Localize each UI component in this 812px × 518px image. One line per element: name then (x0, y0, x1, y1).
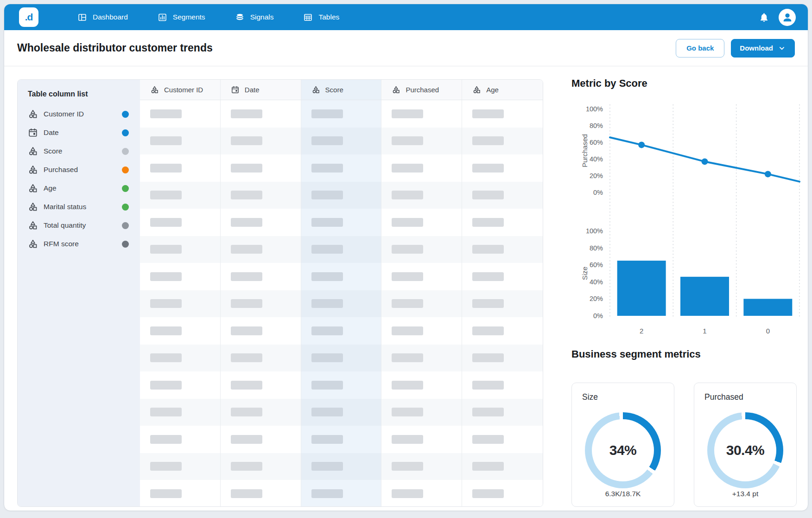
column-list-item-marital-status[interactable]: Marital status (28, 198, 140, 216)
column-list-item-label: Customer ID (44, 110, 84, 118)
table-column-header-label: Date (245, 86, 260, 94)
table-column-header-purchased[interactable]: Purchased (381, 80, 462, 100)
table-row (140, 100, 543, 128)
column-status-dot (122, 129, 129, 136)
y-axis-title: Size (581, 267, 589, 280)
column-list-item-label: Score (44, 147, 63, 155)
calendar-icon (28, 128, 38, 138)
table-cell (301, 182, 382, 209)
column-list-item-label: Marital status (44, 203, 86, 211)
table-cell (301, 128, 382, 155)
download-button[interactable]: Download (731, 39, 795, 58)
table-cell (140, 371, 221, 399)
table-header-row: Customer IDDateScorePurchasedAge (140, 80, 543, 100)
column-list-item-label: Age (44, 184, 57, 192)
user-avatar[interactable] (779, 9, 796, 26)
skeleton-placeholder (392, 109, 423, 118)
skeleton-placeholder (150, 245, 182, 254)
app-logo[interactable]: .d (19, 7, 38, 27)
column-status-dot (122, 148, 129, 155)
chart-canvas: 100%80%60%40%20%0%100%80%60%40%20%0%Purc… (551, 95, 805, 341)
table-cell (301, 371, 382, 399)
nav-item-segments[interactable]: Segments (158, 13, 205, 22)
column-list-item-age[interactable]: Age (28, 179, 140, 198)
table-column-header-score[interactable]: Score (301, 80, 382, 100)
table-row (140, 128, 543, 155)
column-list-item-purchased[interactable]: Purchased (28, 160, 140, 179)
table-row (140, 317, 543, 345)
skeleton-placeholder (472, 326, 504, 335)
column-list-item-date[interactable]: Date (28, 123, 140, 142)
skeleton-placeholder (231, 299, 262, 308)
table-cell (301, 480, 382, 507)
line-point (765, 171, 771, 177)
skeleton-placeholder (311, 218, 343, 227)
table-cell (462, 317, 543, 345)
table-cell (140, 345, 221, 372)
skeleton-placeholder (472, 489, 504, 498)
skeleton-placeholder (150, 435, 182, 444)
skeleton-placeholder (231, 272, 262, 281)
skeleton-placeholder (150, 462, 182, 471)
metric-card-sublabel: 6.3K/18.7K (572, 490, 674, 498)
table-row (140, 236, 543, 263)
skeleton-placeholder (150, 489, 182, 498)
table-cell (221, 128, 301, 155)
go-back-button[interactable]: Go back (676, 39, 724, 58)
column-status-dot (122, 185, 129, 192)
table-body (140, 100, 543, 507)
table-cell (221, 263, 301, 290)
column-list-item-customer-id[interactable]: Customer ID (28, 105, 140, 123)
skeleton-placeholder (231, 326, 262, 335)
skeleton-placeholder (150, 299, 182, 308)
skeleton-placeholder (231, 489, 262, 498)
donut-ring: 30.4% (707, 412, 783, 488)
x-tick-label: 0 (766, 327, 770, 335)
size-bar (743, 299, 792, 316)
category-icon (28, 202, 38, 212)
table-column-header-label: Customer ID (164, 86, 203, 94)
nav-item-dashboard[interactable]: Dashboard (77, 13, 128, 22)
skeleton-placeholder (392, 326, 423, 335)
donut-ring: 34% (585, 412, 661, 488)
column-list-item-score[interactable]: Score (28, 142, 140, 160)
skeleton-placeholder (392, 489, 423, 498)
table-cell (381, 290, 462, 318)
table-cell (221, 317, 301, 345)
table-cell (462, 426, 543, 453)
table-column-list-panel: Table column list Customer IDDateScorePu… (18, 80, 140, 506)
y-tick-label: 80% (590, 244, 603, 252)
nav-item-tables[interactable]: Tables (303, 13, 339, 22)
table-cell (462, 263, 543, 290)
table-row (140, 290, 543, 318)
table-cell (221, 453, 301, 480)
metric-card-purchased: Purchased30.4%+13.4 pt (694, 383, 797, 507)
table-column-header-age[interactable]: Age (462, 80, 543, 100)
skeleton-placeholder (231, 462, 262, 471)
category-icon (28, 165, 38, 175)
table-cell (140, 399, 221, 426)
skeleton-placeholder (150, 408, 182, 416)
nav-item-label: Dashboard (93, 13, 128, 21)
table-column-header-customer-id[interactable]: Customer ID (140, 80, 221, 100)
table-cell (381, 345, 462, 372)
skeleton-placeholder (311, 136, 343, 145)
table-row (140, 182, 543, 209)
calendar-icon (231, 85, 240, 94)
column-list-item-rfm-score[interactable]: RFM score (28, 235, 140, 253)
skeleton-placeholder (392, 299, 423, 308)
nav-item-label: Tables (318, 13, 339, 21)
table-cell (301, 209, 382, 236)
table-column-list-title: Table column list (28, 90, 140, 98)
skeleton-placeholder (392, 218, 423, 227)
column-status-dot (122, 241, 129, 248)
skeleton-placeholder (472, 435, 504, 444)
nav-item-signals[interactable]: Signals (235, 13, 274, 22)
column-list-item-total-quantity[interactable]: Total quantity (28, 216, 140, 235)
table-column-header-date[interactable]: Date (221, 80, 301, 100)
skeleton-placeholder (150, 326, 182, 335)
notifications-button[interactable] (759, 12, 769, 23)
donut-center: 30.4% (714, 419, 776, 481)
skeleton-placeholder (150, 218, 182, 227)
category-icon (150, 85, 159, 94)
